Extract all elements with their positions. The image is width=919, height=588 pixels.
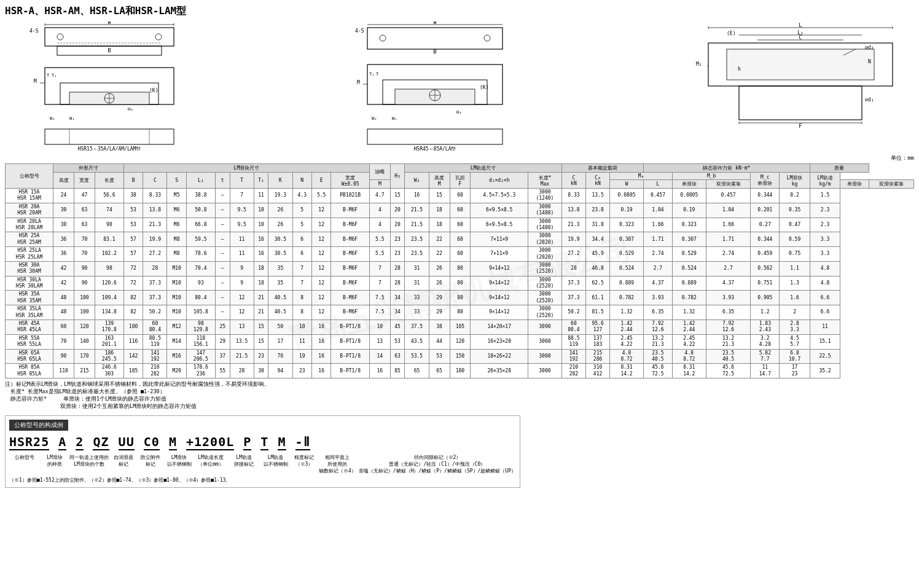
label-stainless-rail: LM轨道以不锈钢制 (262, 454, 289, 474)
table-cell: 9×14×12 (471, 261, 528, 276)
header-outer: 外形尺寸 (53, 164, 124, 173)
table-row: HSR 30LA HSR 30LAM4290120.67237.3M1093—9… (6, 276, 914, 291)
table-cell: 13 (230, 320, 254, 335)
table-cell: 8.31 14.2 (672, 364, 706, 378)
table-cell: 4.8 (810, 261, 840, 276)
header-lm-rail: LM轨道尺寸 (405, 164, 561, 173)
table-cell: 0.782 (672, 291, 706, 305)
table-cell: HSR 85A HSR 85LA (6, 364, 53, 378)
table-cell: 13.5 (230, 334, 254, 349)
table-cell: 48 (53, 291, 74, 305)
table-cell: 8.31 14.2 (610, 364, 644, 378)
subheader-mass-block: LM滑块kg (780, 173, 810, 189)
table-cell: 120 (74, 320, 95, 335)
table-cell: B-PT1/8 (331, 334, 370, 349)
table-cell: 70 (74, 247, 95, 262)
svg-text:∅d₂: ∅d₂ (865, 45, 874, 50)
table-cell: 3.93 (706, 291, 751, 305)
table-cell: 16 (311, 349, 330, 364)
table-cell: 8.33 (561, 189, 585, 203)
svg-text:M: M (34, 79, 37, 84)
table-cell: 15 (390, 189, 405, 203)
table-cell: 0.562 (751, 261, 780, 276)
table-cell: 4 (369, 203, 390, 218)
table-cell: 61.1 (586, 291, 610, 305)
table-cell: B-M6F (331, 203, 370, 218)
table-cell: 29 (429, 291, 450, 305)
label-axis: 相同平面上所使用的轴数标记（※4） (319, 454, 356, 474)
diagram-right: L (E) L₁ C ∅d₂ (656, 22, 914, 152)
table-cell: HSR 30A HSR 30AM (6, 261, 53, 276)
subheader-W2: W₂ (405, 173, 429, 189)
model-part-T: T (260, 434, 268, 450)
table-cell: 47 (74, 189, 95, 203)
svg-text:HSR15～35A/LA/AM/LAM型: HSR15～35A/LA/AM/LAM型 (78, 146, 141, 151)
table-cell: 93 (186, 276, 215, 291)
table-cell: 2.7 (643, 261, 672, 276)
label-gap: 径向间隙标记（※2）普通（无标记）/轻压（C1）/中预压（C0）音嗑（无标记）/… (359, 454, 516, 474)
svg-text:M₁: M₁ (696, 61, 702, 67)
table-cell: 3000 (1480) (528, 218, 562, 232)
table-cell: 180 (450, 364, 471, 378)
table-cell: 36 (53, 247, 74, 262)
table-cell: 20 (390, 218, 405, 232)
subheader-K: K (268, 173, 292, 189)
model-part-II: -Ⅱ (295, 434, 310, 450)
table-cell: 0.457 (643, 189, 672, 203)
table-cell: B-M6F (331, 291, 370, 305)
table-cell: 18 (254, 276, 268, 291)
table-cell: 5.5 (311, 189, 330, 203)
table-cell: 12 (311, 203, 330, 218)
table-cell: 0.0805 (610, 189, 644, 203)
table-cell: 1.3 (780, 276, 810, 291)
table-cell: 147 206.5 (186, 349, 215, 364)
table-cell: 23.5 40.5 (706, 349, 751, 364)
table-cell: 0.201 (751, 203, 780, 218)
table-cell: — (215, 291, 230, 305)
table-cell: 0.344 (751, 189, 780, 203)
table-cell: 0.307 (672, 232, 706, 247)
header-lm-block: LM滑块尺寸 (123, 164, 369, 173)
table-cell: 43.5 (405, 334, 429, 349)
table-cell: 27.2 (143, 247, 167, 262)
table-cell: 3000 (2520) (528, 261, 562, 276)
table-cell: 105.8 (186, 305, 215, 320)
table-cell: 88.5 119 (143, 334, 167, 349)
table-cell: 23.5 40.5 (643, 349, 672, 364)
table-cell: 3000 (2520) (528, 291, 562, 305)
table-cell: 60 80.4 (561, 320, 585, 335)
table-cell: 53.5 (405, 349, 429, 364)
table-cell: 3090 (528, 320, 562, 335)
svg-text:H₃: H₃ (128, 107, 133, 112)
table-cell: 7 (369, 276, 390, 291)
table-cell: 16×23×20 (471, 334, 528, 349)
subheader-Mb-double: 双滑块紧靠 (869, 180, 914, 189)
table-cell: 40.5 (268, 291, 292, 305)
subheader-C-kN: CkN (561, 173, 585, 189)
table-cell: 22 (429, 247, 450, 262)
table-cell: 29 (429, 305, 450, 320)
table-cell: 1.66 (643, 218, 672, 232)
table-cell: 215 286 (586, 349, 610, 364)
table-cell: 38.8 (186, 189, 215, 203)
svg-text:W: W (433, 22, 437, 25)
table-cell: 5.5 (369, 232, 390, 247)
svg-text:W₂: W₂ (50, 116, 55, 121)
table-cell: 1.04 (706, 203, 751, 218)
model-example: HSR25 A 2 QZ UU C0 M +1200L P T M -Ⅱ (9, 434, 516, 449)
table-cell: 7×11×9 (471, 232, 528, 247)
table-cell: — (215, 203, 230, 218)
table-cell: 30 (53, 218, 74, 232)
table-cell: 26×35×28 (471, 364, 528, 378)
table-cell: 16 (254, 232, 268, 247)
svg-text:W₁: W₁ (69, 116, 74, 121)
note-1: 注）标记M表示LM滑块，LM轨道和钢球采用不锈钢材料，因此带此标记的型号耐腐蚀性… (5, 381, 914, 388)
subheader-Ma: Mₐ (610, 173, 673, 180)
table-cell: 31.8 (586, 218, 610, 232)
table-cell: 120.6 (95, 276, 123, 291)
table-cell: — (215, 232, 230, 247)
model-part-UU: UU (119, 434, 135, 450)
table-cell: 27.2 (561, 247, 585, 262)
table-cell: 24 (53, 189, 74, 203)
table-cell: 8 (292, 291, 311, 305)
